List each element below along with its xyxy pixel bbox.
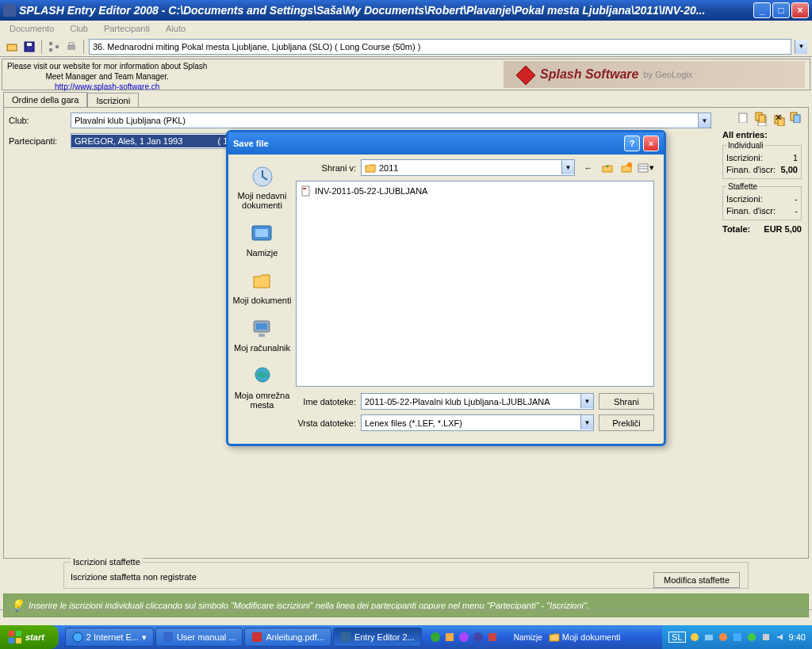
folder-combo-arrow[interactable]: ▼ bbox=[561, 160, 574, 174]
place-desktop[interactable]: Namizje bbox=[243, 218, 282, 261]
cancel-button[interactable]: Prekliči bbox=[599, 414, 654, 431]
taskbar-moji[interactable]: Moji dokumenti bbox=[549, 632, 621, 643]
meet-selector[interactable]: 36. Mednarodni miting Pokal mesta Ljublj… bbox=[89, 39, 791, 55]
svg-point-40 bbox=[473, 632, 483, 642]
nav-back-icon[interactable]: ← bbox=[580, 160, 597, 176]
modifica-staffette-button[interactable]: Modifica staffette bbox=[653, 572, 740, 588]
clock[interactable]: 9:40 bbox=[789, 632, 806, 642]
place-computer[interactable]: Moj računalnik bbox=[231, 313, 293, 356]
tab-ordine[interactable]: Ordine della gara bbox=[3, 92, 87, 107]
partecipanti-label: Partecipanti: bbox=[9, 136, 66, 146]
part-new-icon[interactable] bbox=[737, 111, 749, 124]
dialog-help-button[interactable]: ? bbox=[624, 136, 640, 151]
filetype-combo[interactable]: Lenex files (*.LEF, *.LXF) ▼ bbox=[361, 414, 594, 431]
svg-point-44 bbox=[719, 633, 727, 641]
isc-label: Iscrizioni: bbox=[726, 152, 763, 164]
individuali-fieldset: Individuali Iscrizioni:1 Finan. d'iscr:5… bbox=[722, 141, 802, 179]
file-list[interactable]: INV-2011-05-22-LJUBLJANA bbox=[296, 181, 654, 387]
tree-icon[interactable] bbox=[47, 40, 61, 54]
logo-subtitle: by GeoLogix bbox=[643, 70, 692, 79]
lang-indicator[interactable]: SL bbox=[668, 632, 685, 643]
file-item[interactable]: INV-2011-05-22-LJUBLJANA bbox=[300, 185, 650, 197]
start-button[interactable]: start bbox=[0, 625, 59, 649]
participant-list[interactable]: GREGOR, Aleš, 1 Jan 1993 ( 1 ) bbox=[71, 133, 237, 149]
tray-icon[interactable] bbox=[689, 632, 700, 643]
staffette-message: Iscrizione staffetta non registrate bbox=[71, 572, 741, 582]
task-ie[interactable]: 2 Internet E...▾ bbox=[65, 628, 154, 647]
club-combo-arrow[interactable]: ▼ bbox=[698, 113, 710, 128]
maximize-button[interactable]: □ bbox=[772, 2, 790, 18]
tray-icon[interactable] bbox=[746, 632, 757, 643]
task-entry-editor[interactable]: Entry Editor 2... bbox=[333, 628, 422, 647]
print-icon[interactable] bbox=[64, 40, 79, 54]
svg-rect-20 bbox=[256, 323, 267, 330]
tray-icon[interactable] bbox=[718, 632, 729, 643]
staffette-fieldset: Staffette Iscrizioni:- Finan. d'iscr:- bbox=[722, 182, 802, 220]
totale-label: Totale: bbox=[722, 223, 750, 235]
participant-name: GREGOR, Aleš, 1 Jan 1993 bbox=[75, 136, 182, 146]
fin-label: Finan. d'iscr: bbox=[726, 164, 776, 176]
splash-icon bbox=[340, 632, 351, 643]
part-edit-icon[interactable] bbox=[789, 111, 802, 124]
filename-arrow[interactable]: ▼ bbox=[580, 394, 593, 408]
svg-rect-31 bbox=[9, 638, 14, 643]
svg-rect-38 bbox=[446, 633, 454, 641]
svg-rect-2 bbox=[27, 43, 32, 46]
meet-selector-arrow[interactable]: ▼ bbox=[795, 40, 807, 54]
tab-iscrizioni[interactable]: Iscrizioni bbox=[87, 93, 139, 108]
menu-club[interactable]: Club bbox=[63, 22, 94, 35]
info-link[interactable]: http://www.splash-software.ch bbox=[7, 82, 207, 92]
task-pdf[interactable]: Anleitung.pdf... bbox=[244, 628, 331, 647]
menu-documento[interactable]: Documento bbox=[3, 22, 60, 35]
svg-rect-27 bbox=[302, 186, 309, 196]
folder-name: 2011 bbox=[379, 163, 398, 173]
nav-newfolder-icon[interactable] bbox=[618, 160, 635, 176]
file-name: INV-2011-05-22-LJUBLJANA bbox=[315, 186, 427, 196]
svg-rect-21 bbox=[259, 334, 265, 337]
tray-app-icon[interactable] bbox=[430, 632, 441, 643]
close-button[interactable]: × bbox=[791, 2, 809, 18]
desktop-icon bbox=[249, 221, 274, 246]
svg-point-33 bbox=[73, 632, 82, 642]
save-button[interactable]: Shrani bbox=[599, 393, 654, 410]
svg-rect-15 bbox=[794, 115, 800, 123]
tray-app-icon[interactable] bbox=[458, 632, 469, 643]
status-bar bbox=[0, 609, 812, 625]
club-combo[interactable]: Plavalni klub Ljubljana (PKL) ▼ bbox=[71, 113, 711, 128]
place-documents[interactable]: Moji dokumenti bbox=[230, 265, 295, 308]
save-icon[interactable] bbox=[22, 40, 36, 54]
task-word[interactable]: User manual ... bbox=[155, 628, 243, 647]
tray-app-icon[interactable] bbox=[444, 632, 455, 643]
folder-open-icon bbox=[365, 162, 376, 174]
tray-icon[interactable] bbox=[732, 632, 743, 643]
tray-app-icon[interactable] bbox=[473, 632, 484, 643]
staffette-box: Iscrizioni staffette Iscrizione staffett… bbox=[63, 562, 749, 589]
logo-area: Splash Software by GeoLogix bbox=[504, 61, 805, 88]
taskbar-namizje[interactable]: Namizje bbox=[514, 633, 542, 642]
filetype-arrow[interactable]: ▼ bbox=[580, 415, 593, 429]
svg-rect-3 bbox=[49, 42, 52, 45]
filename-input[interactable]: 2011-05-22-Plavalni klub Ljubljana-LJUBL… bbox=[361, 393, 594, 410]
part-delete-icon[interactable]: ✕ bbox=[772, 111, 784, 124]
svg-rect-29 bbox=[9, 631, 14, 636]
tray-icon[interactable] bbox=[760, 632, 772, 643]
place-recent[interactable]: Moji nedavni dokumenti bbox=[228, 161, 296, 213]
tray-app-icon[interactable] bbox=[487, 632, 498, 643]
svg-point-46 bbox=[748, 633, 756, 641]
place-network[interactable]: Moja omrežna mesta bbox=[228, 361, 296, 413]
part-copy-icon[interactable] bbox=[754, 111, 767, 124]
window-titlebar: SPLASH Entry Editor 2008 - C:\Documents … bbox=[0, 0, 812, 21]
menu-partecipanti[interactable]: Partecipanti bbox=[98, 22, 156, 35]
svg-rect-35 bbox=[252, 632, 262, 642]
svg-rect-11 bbox=[739, 113, 747, 123]
menu-aiuto[interactable]: Aiuto bbox=[159, 22, 192, 35]
folder-combo[interactable]: 2011 ▼ bbox=[361, 159, 575, 176]
toolbar: 36. Mednarodni miting Pokal mesta Ljublj… bbox=[0, 36, 812, 57]
open-icon[interactable] bbox=[5, 40, 19, 54]
nav-up-icon[interactable] bbox=[599, 160, 616, 176]
tray-icon[interactable] bbox=[703, 632, 714, 643]
dialog-close-button[interactable]: × bbox=[643, 136, 659, 151]
volume-icon[interactable] bbox=[775, 632, 786, 643]
minimize-button[interactable]: _ bbox=[753, 2, 771, 18]
nav-views-icon[interactable]: ▾ bbox=[637, 160, 654, 176]
